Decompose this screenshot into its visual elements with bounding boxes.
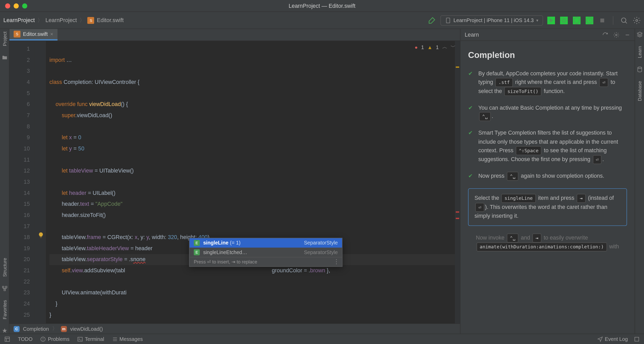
check-icon: ✔ bbox=[468, 172, 474, 181]
crumb-class[interactable]: Completion bbox=[23, 326, 49, 332]
structure-icon[interactable] bbox=[2, 286, 8, 292]
crumb-method[interactable]: viewDidLoad() bbox=[70, 326, 103, 332]
terminal-button[interactable]: Terminal bbox=[77, 336, 104, 342]
close-icon[interactable]: × bbox=[50, 31, 53, 37]
todo-button[interactable]: TODO bbox=[18, 336, 33, 342]
code-editor[interactable]: ●1 ▲1 ︿ ﹀ 123456789101112131415161718192… bbox=[9, 41, 460, 323]
favorites-tool-button[interactable]: Favorites bbox=[2, 300, 7, 319]
svg-rect-23 bbox=[635, 337, 639, 341]
right-tool-strip: Learn Database bbox=[635, 29, 644, 334]
svg-point-18 bbox=[43, 340, 43, 340]
check-icon: ✔ bbox=[468, 104, 474, 121]
editor-tab-bar: S Editor.swift × bbox=[9, 29, 460, 41]
chevron-down-icon[interactable]: ﹀ bbox=[451, 43, 456, 51]
database-icon[interactable] bbox=[636, 67, 642, 72]
svg-rect-0 bbox=[446, 18, 450, 23]
learn-icon[interactable] bbox=[636, 31, 642, 37]
status-bar: TODO Problems Terminal Messages Event Lo… bbox=[0, 334, 644, 344]
breadcrumbs-bar: C Completion 〉 m viewDidLoad() bbox=[9, 323, 460, 334]
coverage-icon[interactable] bbox=[573, 16, 581, 24]
close-window-icon[interactable] bbox=[5, 3, 10, 8]
chevron-up-icon[interactable]: ︿ bbox=[442, 43, 447, 51]
search-icon[interactable] bbox=[620, 16, 628, 24]
lesson-step-upcoming: Now invoke ⌃␣ and ⇥ to easily overwrite … bbox=[468, 234, 627, 252]
swift-file-icon: S bbox=[88, 17, 94, 24]
svg-rect-9 bbox=[4, 289, 5, 291]
svg-point-6 bbox=[636, 19, 638, 21]
debug-icon[interactable] bbox=[560, 16, 568, 24]
line-gutter[interactable]: 1234567891011121314151617181920212223242… bbox=[9, 41, 34, 323]
minimize-window-icon[interactable] bbox=[14, 3, 19, 8]
editor-tab-label: Editor.swift bbox=[23, 31, 48, 37]
svg-point-5 bbox=[621, 18, 626, 22]
minimize-icon[interactable] bbox=[625, 32, 630, 38]
breadcrumb[interactable]: LearnProject 〉 LearnProject 〉 S Editor.s… bbox=[3, 16, 124, 24]
svg-rect-8 bbox=[5, 286, 7, 288]
svg-rect-4 bbox=[600, 18, 604, 22]
gear-icon[interactable] bbox=[613, 32, 619, 38]
svg-rect-7 bbox=[2, 286, 4, 288]
learn-panel: Learn Completion ✔ By default, AppCode c… bbox=[460, 29, 634, 334]
error-icon: ● bbox=[415, 44, 418, 50]
star-icon[interactable] bbox=[2, 328, 8, 334]
run-config-selector[interactable]: LearnProject | iPhone 11 | iOS 14.3 ▾ bbox=[440, 15, 543, 25]
folder-icon[interactable] bbox=[2, 55, 8, 61]
breadcrumb-file[interactable]: Editor.swift bbox=[97, 17, 124, 24]
check-icon: ✔ bbox=[468, 69, 474, 96]
ide-status-icon[interactable] bbox=[634, 336, 640, 342]
refresh-icon[interactable] bbox=[602, 32, 608, 38]
build-icon[interactable] bbox=[427, 16, 436, 25]
lesson-step: ✔ Now press ⌃␣ again to show completion … bbox=[468, 172, 627, 181]
lesson-step: ✔ By default, AppCode completes your cod… bbox=[468, 69, 627, 96]
error-stripe[interactable] bbox=[455, 41, 460, 323]
intention-bulb-icon[interactable] bbox=[37, 232, 44, 239]
stop-icon[interactable] bbox=[598, 16, 606, 24]
left-tool-strip: Project Structure Favorites bbox=[0, 29, 9, 334]
messages-icon bbox=[112, 336, 118, 342]
settings-icon[interactable] bbox=[633, 16, 641, 24]
check-icon: ✔ bbox=[468, 129, 474, 164]
profiler-icon[interactable] bbox=[586, 16, 593, 24]
chevron-right-icon: 〉 bbox=[37, 16, 43, 24]
terminal-icon bbox=[77, 336, 83, 342]
maximize-window-icon[interactable] bbox=[22, 3, 27, 8]
event-log-icon bbox=[597, 336, 603, 342]
completion-hint: Press ⏎ to insert, ⇥ to replace bbox=[190, 257, 342, 266]
svg-rect-19 bbox=[78, 337, 82, 341]
svg-point-2 bbox=[563, 19, 565, 22]
structure-tool-button[interactable]: Structure bbox=[2, 258, 7, 277]
title-bar: LearnProject — Editor.swift bbox=[0, 0, 644, 12]
messages-button[interactable]: Messages bbox=[112, 336, 143, 342]
project-tool-button[interactable]: Project bbox=[2, 31, 7, 46]
learn-panel-title: Learn bbox=[465, 31, 602, 38]
completion-popup[interactable]: E singleLine (= 1) SeparatorStyle E sing… bbox=[189, 238, 342, 267]
window-title: LearnProject — Editor.swift bbox=[289, 3, 355, 9]
svg-point-10 bbox=[616, 34, 617, 36]
completion-item[interactable]: E singleLine (= 1) SeparatorStyle bbox=[190, 238, 342, 248]
enum-icon: E bbox=[194, 249, 200, 255]
svg-rect-13 bbox=[5, 337, 9, 341]
warning-icon bbox=[40, 336, 46, 342]
breadcrumb-root[interactable]: LearnProject bbox=[3, 17, 35, 24]
event-log-button[interactable]: Event Log bbox=[597, 336, 628, 342]
window-controls bbox=[5, 3, 27, 8]
run-icon[interactable] bbox=[547, 16, 555, 24]
tool-windows-icon[interactable] bbox=[4, 336, 10, 342]
inspections-widget[interactable]: ●1 ▲1 ︿ ﹀ bbox=[415, 43, 456, 51]
class-icon: C bbox=[14, 326, 19, 332]
chevron-right-icon: 〉 bbox=[79, 16, 85, 24]
lesson-active-step: Select the singleLine item and press ⇥ (… bbox=[468, 188, 627, 226]
database-tool-button[interactable]: Database bbox=[637, 81, 642, 101]
editor-tab[interactable]: S Editor.swift × bbox=[9, 29, 57, 41]
more-icon[interactable]: ⋮ bbox=[333, 258, 339, 264]
learn-tool-button[interactable]: Learn bbox=[637, 46, 642, 58]
method-icon: m bbox=[61, 326, 67, 332]
warning-icon: ▲ bbox=[427, 44, 433, 50]
lesson-step: ✔ Smart Type Completion filters the list… bbox=[468, 129, 627, 164]
lesson-title: Completion bbox=[468, 49, 627, 62]
run-config-label: LearnProject | iPhone 11 | iOS 14.3 bbox=[453, 17, 534, 23]
completion-item[interactable]: E singleLineEtched… SeparatorStyle bbox=[190, 248, 342, 257]
enum-icon: E bbox=[194, 240, 200, 246]
breadcrumb-folder[interactable]: LearnProject bbox=[45, 17, 77, 24]
code-content[interactable]: import … class Completion: UIViewControl… bbox=[34, 41, 455, 323]
